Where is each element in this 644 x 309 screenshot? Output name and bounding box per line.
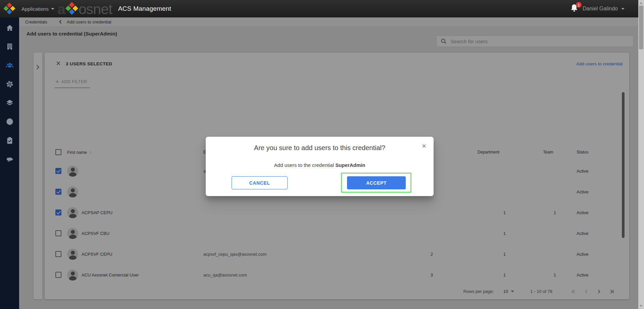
user-menu[interactable]: Daniel Galindo (583, 0, 625, 17)
dialog-title: Are you sure to add users to this creden… (206, 144, 434, 152)
scroll-up-arrow-icon[interactable] (640, 2, 642, 4)
browser-scrollbar[interactable] (638, 0, 644, 309)
home-icon[interactable] (5, 23, 14, 32)
layers-icon[interactable] (5, 99, 14, 107)
wordmark-rest: osnet (79, 1, 112, 17)
notifications-button[interactable]: 1 (569, 3, 581, 15)
settings-gear-icon[interactable] (5, 80, 14, 88)
notification-badge: 1 (576, 2, 582, 8)
chevron-down-icon (51, 8, 54, 10)
globe-icon[interactable] (5, 117, 14, 126)
dialog-message: Add users to the credential SuperAdmin (206, 162, 434, 168)
dialog-credential-name: SuperAdmin (335, 162, 365, 168)
sidebar-nav (0, 17, 19, 309)
clipboard-check-icon[interactable] (5, 136, 14, 144)
handshake-icon[interactable] (5, 155, 14, 163)
axosnet-logo-icon (3, 3, 16, 15)
applications-menu-label: Applications (21, 6, 49, 12)
building-icon[interactable] (5, 42, 14, 51)
axosnet-x-icon (65, 2, 79, 16)
scrollbar-thumb[interactable] (639, 6, 643, 49)
applications-menu[interactable]: Applications (21, 0, 54, 17)
chevron-down-icon (621, 8, 625, 10)
app-title: ACS Management (118, 0, 171, 17)
scroll-down-arrow-icon[interactable] (640, 305, 642, 307)
wordmark-a: a (57, 1, 65, 17)
user-name: Daniel Galindo (583, 6, 618, 12)
accept-button[interactable]: ACCEPT (347, 176, 406, 189)
users-icon[interactable] (5, 61, 14, 69)
confirm-dialog: Are you sure to add users to this creden… (206, 137, 434, 196)
top-bar: Applications a osnet ACS Management 1 Da… (0, 0, 644, 17)
close-icon[interactable]: × (422, 142, 426, 150)
app-window: Applications a osnet ACS Management 1 Da… (0, 0, 644, 309)
axosnet-wordmark: a osnet (57, 0, 112, 18)
dialog-message-text: Add users to the credential (274, 162, 336, 168)
cancel-button[interactable]: CANCEL (232, 176, 288, 189)
